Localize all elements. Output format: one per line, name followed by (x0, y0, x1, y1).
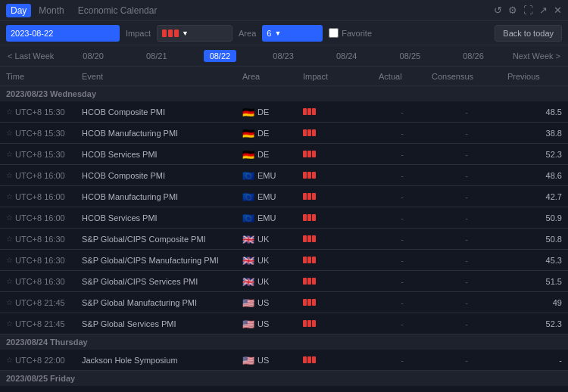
star-icon[interactable]: ☆ (6, 319, 13, 328)
prev-week-button[interactable]: < Last Week (0, 45, 61, 66)
cell-actual: - (376, 298, 429, 307)
next-week-button[interactable]: Next Week > (505, 45, 568, 66)
tab-month[interactable]: Month (34, 4, 68, 17)
impact-bar-1 (303, 172, 307, 179)
impact-bar-1 (303, 278, 307, 285)
table-row[interactable]: ☆UTC+8 16:30S&P Global/CIPS Composite PM… (0, 229, 568, 250)
cell-area: 🇺🇸US (239, 298, 300, 307)
impact-dropdown[interactable]: ▼ (157, 25, 233, 42)
cell-actual: - (376, 356, 429, 365)
impact-bar-2 (307, 193, 311, 200)
week-day-0824[interactable]: 08/24 (330, 50, 364, 62)
table-row[interactable]: ☆UTC+8 16:30S&P Global/CIPS Services PMI… (0, 271, 568, 292)
impact-bar-3 (312, 172, 316, 179)
cell-impact (300, 278, 376, 285)
favorite-filter[interactable]: Favorite (329, 28, 372, 38)
impact-bar-2 (307, 172, 311, 179)
area-code: UK (257, 256, 269, 265)
flag-icon: 🇪🇺 (242, 192, 254, 201)
star-icon[interactable]: ☆ (6, 150, 13, 158)
cell-time: ☆UTC+8 21:45 (3, 298, 79, 307)
area-code: US (257, 356, 269, 365)
star-icon[interactable]: ☆ (6, 171, 13, 179)
table-header: Time Event Area Impact Actual Consensus … (0, 67, 568, 86)
cell-consensus: - (429, 129, 504, 138)
cell-consensus: - (429, 256, 504, 265)
cell-time: ☆UTC+8 15:30 (3, 107, 79, 117)
tab-day[interactable]: Day (6, 4, 31, 17)
impact-bar-3 (312, 129, 316, 136)
impact-bar-2 (307, 299, 311, 306)
impact-bar-1 (303, 193, 307, 200)
external-icon[interactable]: ↗ (539, 5, 548, 16)
th-impact: Impact (300, 72, 376, 81)
cell-actual: - (376, 129, 429, 138)
table-row[interactable]: ☆UTC+8 15:30HCOB Composite PMI🇩🇪DE --48.… (0, 101, 568, 123)
back-today-button[interactable]: Back to today (495, 25, 562, 42)
cell-area: 🇪🇺EMU (239, 213, 300, 222)
table-row[interactable]: ☆UTC+8 16:00HCOB Manufacturing PMI🇪🇺EMU … (0, 186, 568, 207)
week-day-0826[interactable]: 08/26 (457, 50, 490, 62)
week-day-0825[interactable]: 08/25 (394, 50, 427, 62)
cell-consensus: - (429, 107, 504, 117)
week-day-0821[interactable]: 08/21 (140, 50, 173, 62)
expand-icon[interactable]: ⛶ (523, 5, 533, 16)
cell-event: HCOB Manufacturing PMI (79, 129, 239, 138)
cell-previous: 42.7 (504, 192, 565, 201)
table-row[interactable]: ☆UTC+8 21:45S&P Global Services PMI🇺🇸US … (0, 313, 568, 334)
table-row[interactable]: ☆UTC+8 22:00Jackson Hole Symposium🇺🇸US -… (0, 350, 568, 371)
table-row[interactable]: ☆UTC+8 16:00HCOB Composite PMI🇪🇺EMU --48… (0, 165, 568, 186)
impact-bar-3 (312, 235, 316, 242)
star-icon[interactable]: ☆ (6, 107, 13, 116)
refresh-icon[interactable]: ↺ (494, 5, 502, 16)
cell-consensus: - (429, 192, 504, 201)
cell-previous: 49 (504, 298, 565, 307)
table-row[interactable]: ☆UTC+8 15:30HCOB Services PMI🇩🇪DE --52.3 (0, 144, 568, 165)
star-icon[interactable]: ☆ (6, 298, 13, 306)
cell-area: 🇩🇪DE (239, 150, 300, 159)
table-row[interactable]: ☆UTC+8 07:30Tokyo Consumer Price Index (… (0, 386, 568, 392)
cell-time: ☆UTC+8 16:00 (3, 192, 79, 201)
close-icon[interactable]: ✕ (554, 5, 562, 16)
star-icon[interactable]: ☆ (6, 277, 13, 285)
star-icon[interactable]: ☆ (6, 192, 13, 201)
impact-bar-2 (307, 129, 311, 136)
impact-bar-3 (312, 193, 316, 200)
cell-impact (300, 235, 376, 242)
cell-previous: 48.5 (504, 107, 565, 117)
area-chevron: ▼ (274, 30, 281, 37)
impact-bar-1 (303, 356, 307, 363)
table-row[interactable]: ☆UTC+8 16:30S&P Global/CIPS Manufacturin… (0, 250, 568, 271)
cell-impact (300, 172, 376, 179)
cell-time: ☆UTC+8 15:30 (3, 150, 79, 159)
cell-impact (300, 299, 376, 306)
week-day-0822[interactable]: 08/22 (204, 50, 237, 62)
table-row[interactable]: ☆UTC+8 21:45S&P Global Manufacturing PMI… (0, 292, 568, 313)
area-dropdown[interactable]: 6 ▼ (262, 25, 323, 42)
cell-impact (300, 214, 376, 221)
area-code: EMU (257, 213, 276, 222)
flag-icon: 🇬🇧 (242, 256, 254, 264)
star-icon[interactable]: ☆ (6, 356, 13, 364)
date-input[interactable] (6, 25, 120, 42)
favorite-checkbox[interactable] (329, 28, 339, 38)
top-nav: Day Month Economic Calendar ↺ ⚙ ⛶ ↗ ✕ (0, 0, 568, 21)
cell-time: ☆UTC+8 21:45 (3, 319, 79, 328)
table-row[interactable]: ☆UTC+8 15:30HCOB Manufacturing PMI🇩🇪DE -… (0, 123, 568, 144)
star-icon[interactable]: ☆ (6, 213, 13, 222)
star-icon[interactable]: ☆ (6, 256, 13, 264)
week-day-0823[interactable]: 08/23 (267, 50, 300, 62)
star-icon[interactable]: ☆ (6, 235, 13, 243)
week-day-0820[interactable]: 08/20 (76, 50, 110, 62)
impact-bar-3 (312, 320, 316, 327)
cell-impact (300, 257, 376, 263)
settings-icon[interactable]: ⚙ (508, 5, 517, 16)
cell-event: S&P Global Manufacturing PMI (79, 298, 239, 307)
th-event: Event (79, 72, 239, 81)
table-row[interactable]: ☆UTC+8 16:00HCOB Services PMI🇪🇺EMU --50.… (0, 207, 568, 229)
area-code: UK (257, 277, 269, 286)
star-icon[interactable]: ☆ (6, 129, 13, 137)
cell-area: 🇺🇸US (239, 356, 300, 365)
impact-bar-2 (307, 151, 311, 157)
cell-area: 🇪🇺EMU (239, 192, 300, 201)
